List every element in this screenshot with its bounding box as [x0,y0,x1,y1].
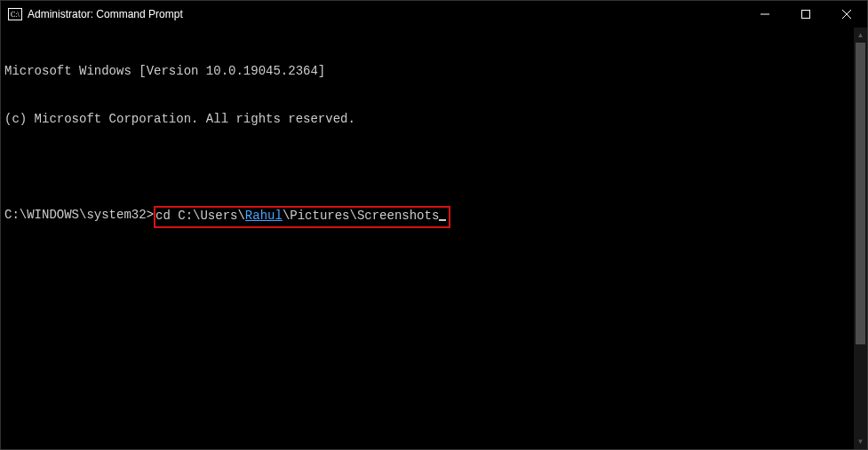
prompt-line: C:\WINDOWS\system32>cd C:\Users\Rahul\Pi… [4,207,854,228]
version-line: Microsoft Windows [Version 10.0.19045.23… [4,63,854,79]
client-area: Microsoft Windows [Version 10.0.19045.23… [1,28,867,449]
copyright-line: (c) Microsoft Corporation. All rights re… [4,111,854,127]
minimize-button[interactable] [745,1,785,28]
command-post: \Pictures\Screenshots [283,209,439,223]
command-user: Rahul [245,209,283,223]
vertical-scrollbar[interactable]: ▲ ▼ [854,28,867,449]
command-prompt-window: C:\ Administrator: Command Prompt Micros… [0,0,868,450]
text-cursor [439,219,446,221]
command-highlight: cd C:\Users\Rahul\Pictures\Screenshots [154,206,450,228]
prompt-text: C:\WINDOWS\system32> [4,207,154,228]
blank-line [4,159,854,175]
command-pre: cd C:\Users\ [155,209,245,223]
svg-rect-3 [802,11,810,19]
svg-text:C:\: C:\ [11,11,20,19]
titlebar[interactable]: C:\ Administrator: Command Prompt [1,1,867,28]
close-button[interactable] [826,1,867,28]
scroll-up-button[interactable]: ▲ [854,28,867,43]
cmd-icon: C:\ [8,7,22,21]
scroll-down-button[interactable]: ▼ [854,434,867,449]
window-title: Administrator: Command Prompt [28,8,183,20]
maximize-button[interactable] [785,1,826,28]
terminal-output[interactable]: Microsoft Windows [Version 10.0.19045.23… [1,28,854,449]
scroll-thumb[interactable] [856,43,865,344]
